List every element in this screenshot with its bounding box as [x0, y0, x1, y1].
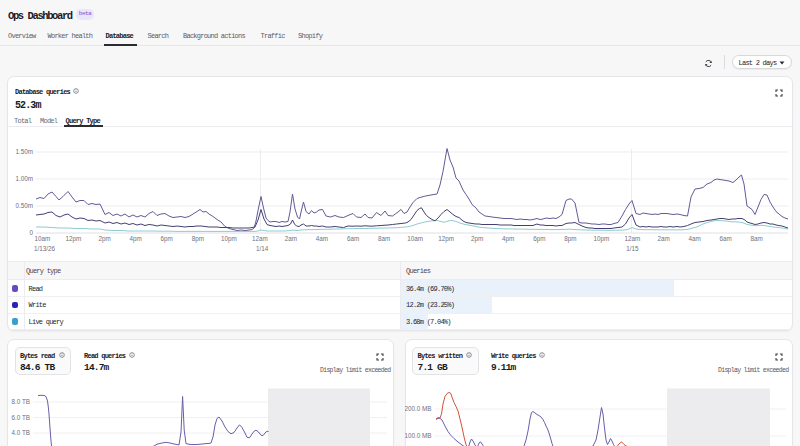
svg-text:6pm: 6pm — [161, 235, 173, 243]
svg-text:8pm: 8pm — [192, 235, 204, 243]
svg-text:12am: 12am — [252, 235, 268, 242]
svg-text:4am: 4am — [688, 235, 700, 242]
svg-text:8am: 8am — [750, 235, 762, 242]
svg-text:0.50m: 0.50m — [15, 202, 33, 209]
svg-text:6am: 6am — [347, 235, 359, 242]
svg-text:4pm: 4pm — [502, 235, 514, 243]
svg-text:1/14: 1/14 — [256, 245, 269, 252]
svg-text:1/15: 1/15 — [626, 245, 639, 252]
svg-text:8pm: 8pm — [564, 235, 576, 243]
svg-text:2am: 2am — [285, 235, 297, 242]
svg-text:8.0 TB: 8.0 TB — [12, 398, 30, 405]
svg-text:6pm: 6pm — [533, 235, 545, 243]
svg-text:2pm: 2pm — [98, 235, 110, 243]
svg-text:2pm: 2pm — [471, 235, 483, 243]
svg-text:10am: 10am — [35, 235, 51, 242]
svg-text:1.00m: 1.00m — [15, 175, 33, 182]
svg-text:1.50m: 1.50m — [15, 148, 33, 155]
svg-text:10pm: 10pm — [594, 235, 610, 243]
svg-text:12am: 12am — [625, 235, 641, 242]
svg-text:12pm: 12pm — [66, 235, 82, 243]
svg-text:2am: 2am — [657, 235, 669, 242]
svg-text:4pm: 4pm — [130, 235, 142, 243]
svg-text:12pm: 12pm — [438, 235, 454, 243]
svg-text:100.0 MB: 100.0 MB — [405, 432, 432, 439]
svg-text:4am: 4am — [316, 235, 328, 242]
svg-text:1/13/26: 1/13/26 — [34, 245, 56, 252]
svg-text:0: 0 — [29, 229, 33, 236]
svg-text:4.0 TB: 4.0 TB — [12, 429, 30, 436]
svg-text:8am: 8am — [378, 235, 390, 242]
svg-text:10am: 10am — [407, 235, 423, 242]
svg-text:6.0 TB: 6.0 TB — [12, 414, 30, 421]
svg-text:10pm: 10pm — [221, 235, 237, 243]
svg-text:200.0 MB: 200.0 MB — [405, 405, 432, 412]
svg-text:6am: 6am — [719, 235, 731, 242]
